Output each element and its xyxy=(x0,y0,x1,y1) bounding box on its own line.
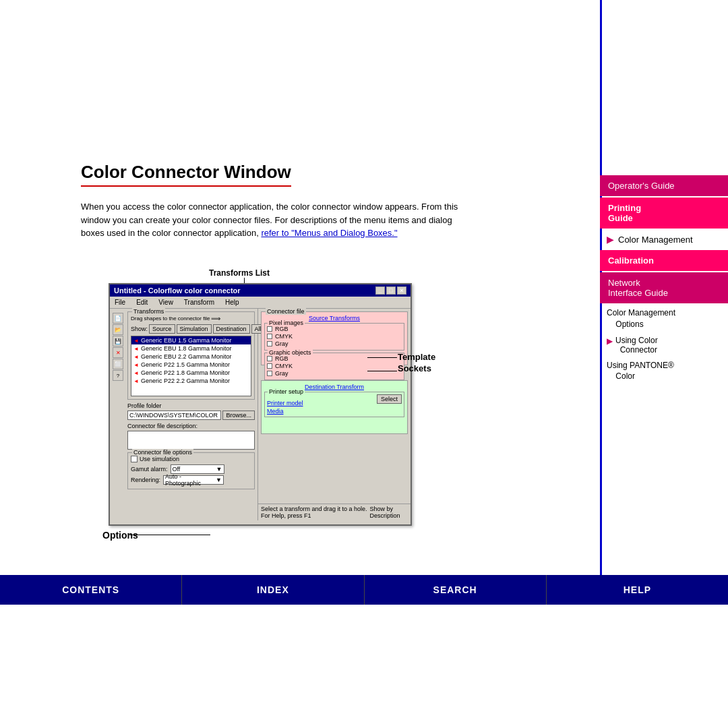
win-close-btn[interactable]: × xyxy=(397,286,406,295)
sub-item-color-options[interactable]: Color Management Options xyxy=(593,305,728,333)
pixel-gray-row: Gray xyxy=(267,340,402,347)
sidebar-item-calibration: Calibration xyxy=(593,250,728,271)
graphic-cmyk-socket[interactable] xyxy=(267,363,272,369)
graphic-objects-label: Graphic objects xyxy=(268,349,313,356)
printing-guide-tab[interactable]: PrintingGuide xyxy=(600,198,728,229)
operators-guide-tab[interactable]: Operator's Guide xyxy=(600,175,728,196)
pixel-cmyk-label: CMYK xyxy=(275,333,293,340)
menu-help[interactable]: Help xyxy=(223,298,241,307)
list-item-4[interactable]: ◄ Generic P22 1.5 Gamma Monitor xyxy=(131,361,251,369)
gamut-alarm-row: Gamut alarm: Off ▼ xyxy=(131,464,251,474)
options-annotation: Options xyxy=(102,530,138,541)
nav-index-btn[interactable]: Index xyxy=(182,575,364,605)
gamut-alarm-dropdown[interactable]: Off ▼ xyxy=(171,464,224,474)
win-left-panel: 📄 📂 💾 ✕ ⬜ ? Transforms Drag shapes to th… xyxy=(110,309,258,520)
sidebar-item-color-management: ▶ Color Management xyxy=(593,230,728,249)
color-management-link[interactable]: ▶ Color Management xyxy=(593,230,728,249)
list-item-1[interactable]: ◄ Generic EBU 1.5 Gamma Monitor xyxy=(131,336,251,344)
tool-btn-1[interactable]: 📄 xyxy=(113,313,123,324)
win-right-panel: Connector file Source Transforms Pixel i… xyxy=(258,309,411,520)
pixel-gray-socket[interactable] xyxy=(267,341,272,346)
tool-btn-5[interactable]: ⬜ xyxy=(113,359,123,369)
tool-btn-4[interactable]: ✕ xyxy=(113,347,123,358)
tool-btn-2[interactable]: 📂 xyxy=(113,324,123,335)
pixel-rgb-label: RGB xyxy=(275,326,289,332)
connector-options-group: Connector file options Use simulation Ga… xyxy=(127,452,255,489)
list-item-3[interactable]: ◄ Generic EBU 2.2 Gamma Monitor xyxy=(131,353,251,361)
printer-setup-group: Printer setup Select Printer model Media xyxy=(264,392,404,417)
sub-item-using-connector[interactable]: ▶ Using Color Connector xyxy=(593,333,728,357)
sidebar-item-operators: Operator's Guide xyxy=(593,175,728,196)
sidebar-items: Operator's Guide PrintingGuide ▶ Color M… xyxy=(593,175,728,385)
sub-item-pantone[interactable]: Using PANTONE® Color xyxy=(593,357,728,386)
tool-btn-3[interactable]: 💾 xyxy=(113,336,123,346)
menus-dialog-link[interactable]: refer to "Menus and Dialog Boxes." xyxy=(261,228,397,238)
dest-transform-group: Destination Transform Printer setup Sele… xyxy=(261,380,408,434)
network-interface-tab[interactable]: NetworkInterface Guide xyxy=(600,272,728,303)
show-destination-btn[interactable]: Destination xyxy=(213,324,250,334)
media-link[interactable]: Media xyxy=(267,408,402,415)
win-title: Untitled - Colorflow color connector xyxy=(114,286,241,295)
win-menubar: File Edit View Transform Help xyxy=(110,297,411,309)
graphic-rgb-socket[interactable] xyxy=(267,356,272,361)
list-item-2[interactable]: ◄ Generic EBU 1.8 Gamma Monitor xyxy=(131,344,251,353)
browse-btn[interactable]: Browse... xyxy=(222,411,255,420)
rendering-dropdown[interactable]: Auto - Photographic ▼ xyxy=(163,475,224,485)
show-label: Show: xyxy=(131,326,148,332)
graphic-rgb-row: RGB xyxy=(267,355,402,362)
using-connector-label: Using Color Connector xyxy=(615,336,658,355)
win-transforms-list[interactable]: ◄ Generic EBU 1.5 Gamma Monitor ◄ Generi… xyxy=(131,336,251,396)
using-connector-arrow: ▶ xyxy=(607,336,613,346)
win-maximize-btn[interactable]: □ xyxy=(386,286,396,295)
select-btn[interactable]: Select xyxy=(377,394,402,404)
list-item-6[interactable]: ◄ Generic P22 2.2 Gamma Monitor xyxy=(131,377,251,385)
right-sidebar: Operator's Guide PrintingGuide ▶ Color M… xyxy=(593,0,728,586)
use-simulation-row: Use simulation xyxy=(131,456,251,462)
menu-transform[interactable]: Transform xyxy=(182,298,216,307)
sockets-line-1 xyxy=(367,357,397,358)
printer-setup-label: Printer setup xyxy=(268,388,305,395)
menu-view[interactable]: View xyxy=(156,298,175,307)
nav-search-btn[interactable]: Search xyxy=(365,575,547,605)
win-show-row: Show: Source Simulation Destination All xyxy=(131,324,251,334)
profile-path-row: C:\WINDOWS\SYSTEM\COLOR Browse... xyxy=(127,411,255,420)
profile-path-field[interactable]: C:\WINDOWS\SYSTEM\COLOR xyxy=(127,411,221,420)
color-management-label: Color Management xyxy=(618,235,693,245)
rendering-label: Rendering: xyxy=(131,477,160,483)
page-description: When you access the color connector appl… xyxy=(81,200,472,240)
gamut-alarm-label: Gamut alarm: xyxy=(131,466,168,473)
connector-desc-box[interactable] xyxy=(127,431,255,450)
pixel-gray-label: Gray xyxy=(275,340,289,347)
main-content: Color Connector Window When you access t… xyxy=(81,162,499,251)
use-simulation-checkbox[interactable] xyxy=(131,456,138,462)
show-simulation-btn[interactable]: Simulation xyxy=(177,324,212,334)
win-titlebar: Untitled - Colorflow color connector _ □… xyxy=(110,284,411,297)
show-source-btn[interactable]: Source xyxy=(149,324,175,334)
menu-edit[interactable]: Edit xyxy=(134,298,150,307)
bottom-nav: Contents Index Search Help xyxy=(0,575,728,605)
template-sockets-annotation: Template Sockets xyxy=(398,352,435,375)
nav-contents-btn[interactable]: Contents xyxy=(0,575,182,605)
page-title: Color Connector Window xyxy=(81,162,291,187)
graphic-gray-label: Gray xyxy=(275,370,289,377)
sockets-line-2 xyxy=(367,371,397,371)
calibration-tab[interactable]: Calibration xyxy=(600,250,728,271)
graphic-cmyk-row: CMYK xyxy=(267,363,402,369)
list-item-5[interactable]: ◄ Generic P22 1.8 Gamma Monitor xyxy=(131,369,251,377)
pixel-cmyk-socket[interactable] xyxy=(267,334,272,339)
tool-btn-6[interactable]: ? xyxy=(113,370,123,381)
win-titlebar-buttons: _ □ × xyxy=(375,286,406,295)
connector-desc-label: Connector file description: xyxy=(127,423,255,429)
transforms-group: Transforms Drag shapes to the connector … xyxy=(127,311,255,489)
graphic-gray-socket[interactable] xyxy=(267,371,272,376)
statusbar-left: Select a transform and drag it to a hole… xyxy=(261,506,370,519)
win-minimize-btn[interactable]: _ xyxy=(375,286,385,295)
options-line xyxy=(129,535,210,535)
transforms-group-label: Transforms xyxy=(132,308,165,315)
pixel-rgb-socket[interactable] xyxy=(267,326,272,332)
menu-file[interactable]: File xyxy=(113,298,127,307)
pixel-images-group: Pixel images RGB CMYK Gray xyxy=(264,323,404,351)
sidebar-item-network: NetworkInterface Guide xyxy=(593,272,728,303)
win-group-transforms: Transforms Drag shapes to the connector … xyxy=(127,311,255,400)
nav-help-btn[interactable]: Help xyxy=(547,575,728,605)
